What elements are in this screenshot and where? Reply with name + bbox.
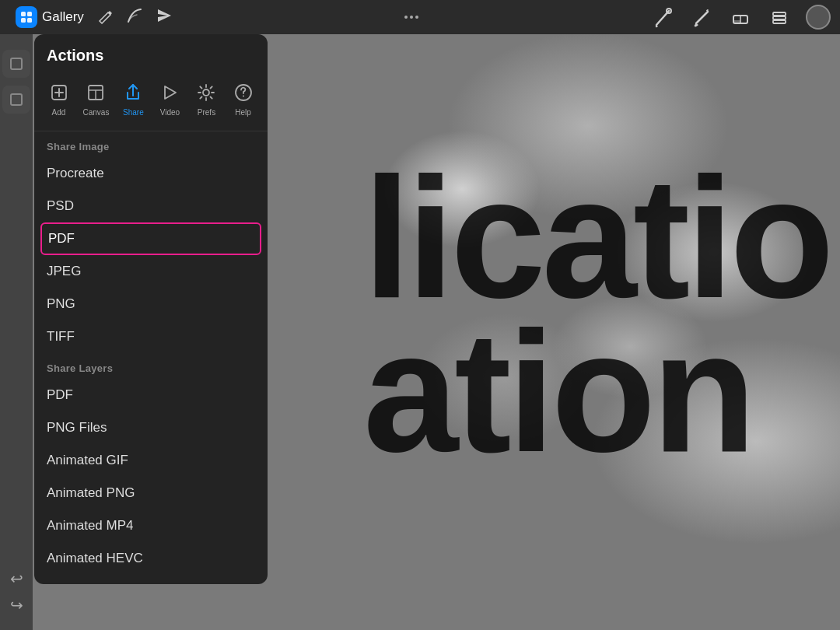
- video-icon: [157, 80, 182, 105]
- canvas-icon: [83, 80, 108, 105]
- share-layers-header: Share Layers: [34, 353, 268, 379]
- dot1: [404, 16, 408, 19]
- send-icon[interactable]: [156, 7, 173, 28]
- prefs-label: Prefs: [198, 108, 215, 117]
- menu-jpeg[interactable]: JPEG: [34, 255, 268, 288]
- help-label: Help: [235, 108, 251, 117]
- menu-animated-gif[interactable]: Animated GIF: [34, 444, 268, 477]
- svg-rect-1: [27, 12, 32, 16]
- gallery-button[interactable]: Gallery: [9, 3, 90, 31]
- prefs-icon: [194, 80, 219, 105]
- dot2: [410, 16, 413, 19]
- menu-png[interactable]: PNG: [34, 288, 268, 320]
- top-toolbar: Gallery: [0, 0, 840, 34]
- canvas-text: lication ation: [363, 161, 840, 469]
- modify-icon[interactable]: [96, 7, 114, 28]
- side-tool-1: [2, 50, 30, 78]
- gallery-icon: [16, 6, 37, 28]
- share-icon: [121, 80, 145, 105]
- menu-animated-png[interactable]: Animated PNG: [34, 477, 268, 509]
- dot3: [415, 16, 418, 19]
- user-avatar[interactable]: [806, 5, 831, 30]
- video-label: Video: [160, 108, 180, 117]
- action-prefs[interactable]: Prefs: [188, 77, 225, 120]
- svg-point-23: [243, 96, 244, 97]
- actions-title: Actions: [34, 34, 268, 72]
- menu-procreate[interactable]: Procreate: [34, 157, 268, 190]
- menu-png-files[interactable]: PNG Files: [34, 411, 268, 444]
- side-toolbar: ↩ ↪: [0, 34, 33, 630]
- undo-icon[interactable]: ↩: [10, 569, 23, 588]
- gallery-label: Gallery: [42, 9, 84, 25]
- action-add[interactable]: Add: [40, 77, 77, 120]
- menu-psd[interactable]: PSD: [34, 190, 268, 222]
- brush-icon[interactable]: [650, 5, 675, 30]
- toolbar-left: Gallery: [9, 3, 173, 31]
- side-tool-2: [2, 86, 30, 114]
- smudge-icon[interactable]: [126, 7, 143, 28]
- svg-marker-20: [165, 86, 176, 99]
- help-icon: [231, 80, 256, 105]
- action-help[interactable]: Help: [225, 77, 261, 120]
- svg-rect-3: [27, 18, 32, 23]
- svg-rect-0: [21, 12, 26, 16]
- eraser-icon[interactable]: [728, 5, 753, 30]
- svg-rect-8: [733, 20, 740, 23]
- actions-panel: Actions Add Canvas: [34, 34, 268, 584]
- add-icon: [47, 80, 72, 105]
- svg-rect-2: [21, 18, 26, 23]
- action-video[interactable]: Video: [152, 77, 188, 120]
- more-options[interactable]: [404, 16, 418, 19]
- share-image-header: Share Image: [34, 131, 268, 157]
- actions-toolbar: Add Canvas Share: [34, 72, 268, 131]
- toolbar-icons: [96, 7, 173, 28]
- menu-pdf-layers[interactable]: PDF: [34, 379, 268, 411]
- menu-animated-mp4[interactable]: Animated MP4: [34, 509, 268, 542]
- side-bottom: ↩ ↪: [10, 569, 23, 614]
- svg-point-21: [203, 89, 209, 96]
- svg-rect-11: [773, 20, 786, 23]
- action-canvas[interactable]: Canvas: [77, 77, 115, 120]
- add-label: Add: [52, 108, 66, 117]
- action-share[interactable]: Share: [115, 77, 152, 120]
- menu-animated-hevc[interactable]: Animated HEVC: [34, 542, 268, 575]
- share-label: Share: [123, 108, 144, 117]
- svg-rect-13: [11, 94, 22, 105]
- smudge2-icon[interactable]: [689, 5, 714, 30]
- menu-pdf-image[interactable]: PDF: [40, 222, 261, 255]
- svg-rect-10: [773, 16, 786, 19]
- redo-icon[interactable]: ↪: [10, 596, 23, 614]
- menu-tiff[interactable]: TIFF: [34, 320, 268, 353]
- canvas-label: Canvas: [83, 108, 110, 117]
- layers-icon[interactable]: [767, 5, 792, 30]
- svg-rect-12: [11, 58, 22, 69]
- svg-rect-9: [773, 12, 786, 16]
- toolbar-right: [650, 5, 831, 30]
